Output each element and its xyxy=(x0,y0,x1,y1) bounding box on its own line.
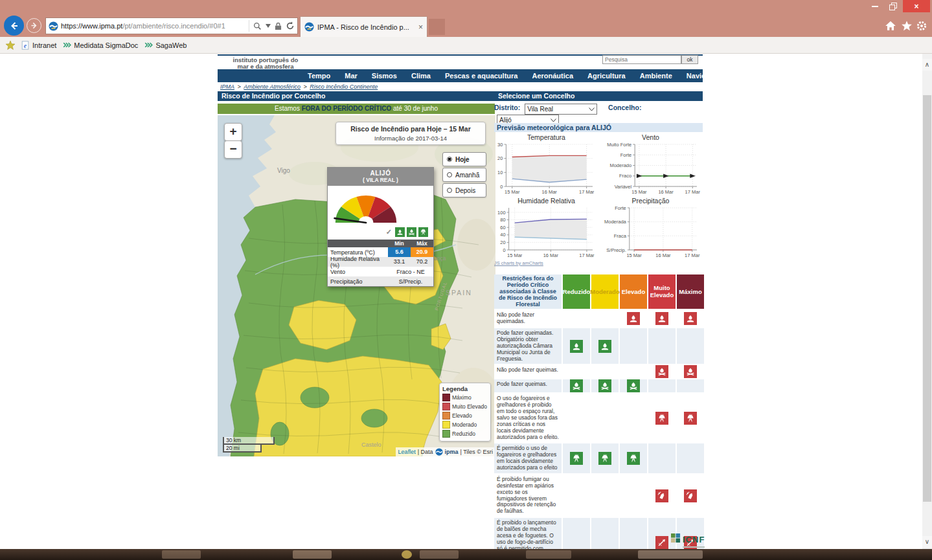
tab-title: IPMA - Risco de Incêndio p... xyxy=(317,23,415,31)
restore-icon xyxy=(889,3,897,10)
day-option-depois[interactable]: Depois xyxy=(442,183,486,197)
risk-map[interactable]: Vigo Bragança SPAIN PORTUGAL Castelo + −… xyxy=(218,115,495,456)
breadcrumb-link[interactable]: Ambiente Atmosférico xyxy=(244,84,301,90)
vertical-scrollbar[interactable]: ∧ ∨ xyxy=(922,54,932,549)
restriction-cell xyxy=(591,518,619,549)
restore-button[interactable] xyxy=(885,0,902,12)
amcharts-credit-link[interactable]: JS charts by amCharts xyxy=(494,260,543,266)
nav-item-navios[interactable]: Navios xyxy=(679,72,717,80)
nav-item-clima[interactable]: Clima xyxy=(404,72,438,80)
district-select[interactable]: Vila Real xyxy=(525,104,597,115)
day-option-hoje[interactable]: Hoje xyxy=(442,152,486,166)
legend-swatch xyxy=(442,430,450,438)
nav-item-aeron-utica[interactable]: Aeronáutica xyxy=(525,72,580,80)
svg-text:40: 40 xyxy=(500,232,505,238)
leaflet-link[interactable]: Leaflet xyxy=(398,449,416,455)
star-icon xyxy=(901,20,913,32)
search-dropdown-icon[interactable] xyxy=(266,24,271,28)
nav-item-pescas-e-aquacultura[interactable]: Pescas e aquacultura xyxy=(438,72,525,80)
restriction-cell xyxy=(620,310,647,327)
browser-tab[interactable]: IPMA - Risco de Incêndio p... × xyxy=(300,16,427,37)
svg-text:16 Mar: 16 Mar xyxy=(655,252,671,258)
restriction-cell xyxy=(677,379,704,392)
restriction-cell xyxy=(620,328,647,364)
svg-text:15 Mar: 15 Mar xyxy=(626,252,642,258)
favorite-item[interactable]: Medidata SigmaDoc xyxy=(62,39,142,50)
legend-item: Elevado xyxy=(442,412,488,420)
restriction-text: É proibido o lançamento de balões de mec… xyxy=(494,518,562,549)
concelho-popup: ALIJÓ ( VILA REAL ) ✓ xyxy=(327,167,434,287)
zoom-out-button[interactable]: − xyxy=(224,140,242,159)
nav-item-ambiente[interactable]: Ambiente xyxy=(633,72,679,80)
svg-text:Forte: Forte xyxy=(615,205,626,211)
day-option-amanhã[interactable]: Amanhã xyxy=(442,168,486,182)
forward-button[interactable] xyxy=(27,18,41,33)
refresh-icon[interactable] xyxy=(286,21,295,30)
settings-button[interactable] xyxy=(915,19,929,33)
radio-icon xyxy=(447,188,452,193)
restriction-cell xyxy=(648,310,676,327)
home-button[interactable] xyxy=(883,19,898,33)
close-button[interactable]: × xyxy=(903,0,930,12)
risk-info-box: Risco de Incêndio para Hoje – 15 Mar Inf… xyxy=(335,122,486,145)
favorites-button[interactable] xyxy=(900,19,914,33)
svg-text:Variável: Variável xyxy=(615,184,632,190)
nav-item-sismos[interactable]: Sismos xyxy=(365,72,404,80)
add-favorite-star-icon[interactable] xyxy=(5,40,16,50)
restriction-text: O uso de fogareiros e grelhadores é proi… xyxy=(494,394,562,442)
restriction-cell xyxy=(648,328,676,364)
restriction-cell xyxy=(591,475,619,517)
nav-item-tempo[interactable]: Tempo xyxy=(301,72,337,80)
radio-icon xyxy=(447,157,452,162)
scroll-down-icon[interactable]: ∨ xyxy=(922,536,932,548)
site-logo[interactable]: instituto português do mar e da atmosfer… xyxy=(220,57,311,69)
back-button[interactable] xyxy=(4,16,24,36)
scrollbar-thumb[interactable] xyxy=(923,95,931,502)
restriction-text: É proibido fumigar ou desinfestar em api… xyxy=(494,475,562,517)
search-input[interactable] xyxy=(602,55,681,64)
minimize-button[interactable] xyxy=(867,0,883,12)
banner-strong: FORA DO PERÍODO CRÍTICO xyxy=(302,105,392,112)
queima-icon xyxy=(684,365,697,378)
chevron-down-icon xyxy=(551,118,556,122)
popup-subtitle: ( VILA REAL ) xyxy=(328,177,433,183)
nav-item-mar[interactable]: Mar xyxy=(337,72,365,80)
favorite-item[interactable]: SagaWeb xyxy=(143,39,190,50)
forward-icon xyxy=(30,21,38,30)
queimada-icon xyxy=(570,340,583,353)
favorites-bar: eIntranetMedidata SigmaDocSagaWeb xyxy=(0,37,932,54)
restriction-cell xyxy=(591,310,619,327)
address-bar[interactable]: https://www.ipma.pt/pt/ambiente/risco.in… xyxy=(45,17,298,34)
breadcrumb-link[interactable]: IPMA xyxy=(220,84,234,90)
favorite-item[interactable]: eIntranet xyxy=(19,39,60,51)
risk-class-header: Moderado xyxy=(591,274,619,309)
restriction-text: Não pode fazer queimadas. xyxy=(494,310,562,327)
scale-mi: 20 mi xyxy=(223,445,262,453)
svg-text:17 Mar: 17 Mar xyxy=(685,189,701,195)
lock-icon xyxy=(275,22,282,30)
new-tab-button[interactable] xyxy=(429,19,445,35)
breadcrumb-link[interactable]: Risco Incêndio Continente xyxy=(310,84,378,90)
nav-item-espa-o[interactable]: Espaço xyxy=(717,72,756,80)
map-scale: 30 km 20 mi xyxy=(223,437,275,453)
svg-text:10: 10 xyxy=(497,170,503,175)
queima-icon xyxy=(407,227,416,237)
minimize-icon xyxy=(872,6,878,7)
nav-item-agricultura[interactable]: Agricultura xyxy=(580,72,633,80)
restriction-cell xyxy=(563,379,590,392)
restriction-cell xyxy=(563,518,590,549)
zoom-in-button[interactable]: + xyxy=(224,123,242,141)
restriction-text: Pode fazer queimadas. Obrigatório obter … xyxy=(494,328,562,364)
svg-text:20: 20 xyxy=(500,240,505,245)
windows-taskbar[interactable] xyxy=(0,549,932,560)
tab-close-icon[interactable]: × xyxy=(418,23,423,32)
svg-text:60: 60 xyxy=(500,225,505,230)
search-icon[interactable] xyxy=(253,22,262,30)
search-ok-button[interactable]: ok xyxy=(681,55,698,64)
restriction-cell xyxy=(620,443,647,473)
scroll-up-icon[interactable]: ∧ xyxy=(922,59,932,71)
restriction-cell xyxy=(591,365,619,378)
restriction-cell xyxy=(591,328,619,364)
queimada-icon xyxy=(684,312,697,325)
queimada-icon xyxy=(655,312,668,325)
